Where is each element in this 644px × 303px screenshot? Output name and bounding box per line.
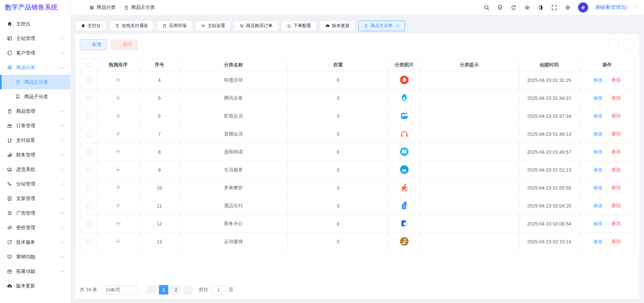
delete-link[interactable]: 删除 [612,113,621,118]
page-size-select[interactable]: 10条/页 [102,285,138,295]
tab-在线支付通道[interactable]: 在线支付通道 [110,21,153,31]
move-icon[interactable] [116,239,121,244]
row-checkbox[interactable] [86,186,91,191]
sidebar-item-版本更新[interactable]: 版本更新 [0,279,70,293]
sidebar-item-主控台[interactable]: 主控台 [0,17,70,31]
sidebar-item-分站管理[interactable]: 分站管理 [0,177,70,191]
sidebar-item-财务管理[interactable]: 财务管理 [0,148,70,162]
breadcrumb-item[interactable]: 商品分类 [97,4,116,10]
move-icon[interactable] [116,113,121,118]
plus-icon [86,43,90,47]
move-icon[interactable] [116,185,121,190]
move-icon[interactable] [116,167,121,172]
goto-page-input[interactable] [211,285,226,295]
edit-link[interactable]: 修改 [593,203,603,208]
tab-主站设置[interactable]: 主站设置 [195,21,231,31]
collapse-sidebar-icon[interactable] [77,4,83,11]
refresh-icon[interactable] [510,4,517,11]
row-checkbox[interactable] [86,96,91,101]
row-checkbox[interactable] [86,222,91,226]
tab-应用市场[interactable]: 应用市场 [157,21,192,31]
total-count: 共 14 条 [80,287,97,293]
row-tip [420,143,519,161]
delete-link[interactable]: 删除 [612,221,621,226]
row-checkbox[interactable] [86,204,91,209]
move-icon[interactable] [116,203,121,208]
row-checkbox[interactable] [86,240,91,244]
tab-版本更新[interactable]: 版本更新 [320,21,355,31]
next-page-button[interactable] [183,285,193,295]
sidebar-item-订单管理[interactable]: 订单管理 [0,118,70,133]
delete-button[interactable]: 删除 [111,39,138,50]
tab-label: 下单配置 [293,23,311,29]
tab-商品购买订单[interactable]: 商品购买订单 [234,21,278,31]
delete-link[interactable]: 删除 [612,239,621,244]
sidebar-item-密价管理[interactable]: 密价管理 [0,220,70,235]
delete-link[interactable]: 删除 [612,95,621,101]
move-icon[interactable] [116,221,121,226]
sun-icon[interactable] [524,4,530,11]
edit-link[interactable]: 修改 [593,239,603,244]
table-search-button[interactable] [608,39,619,50]
breadcrumb-separator: › [119,5,120,10]
row-checkbox[interactable] [86,114,91,119]
edit-link[interactable]: 修改 [593,95,603,101]
badge-icon[interactable] [497,4,503,11]
bag-icon [124,5,129,10]
sidebar-item-营销功能[interactable]: 营销功能 [0,250,70,264]
move-icon[interactable] [116,131,121,136]
sidebar-item-商品管理[interactable]: 商品管理 [0,104,70,118]
sidebar-item-主站管理[interactable]: 主站管理 [0,31,70,46]
sidebar-item-支付设置[interactable]: 支付设置 [0,133,70,148]
page-button-2[interactable]: 2 [171,285,181,295]
sidebar-subitem-商品主分类[interactable]: 商品主分类 [0,75,70,89]
prev-page-button[interactable] [147,285,156,295]
move-icon[interactable] [116,149,121,154]
sidebar-item-广告管理[interactable]: 广告管理 [0,206,70,220]
delete-link[interactable]: 删除 [612,131,621,136]
sidebar-subitem-商品子分类[interactable]: 商品子分类 [0,89,70,104]
row-checkbox[interactable] [86,168,91,173]
breadcrumb-item[interactable]: 商品主分类 [131,4,155,10]
table-refresh-button[interactable] [623,39,635,50]
edit-link[interactable]: 修改 [593,131,603,136]
delete-link[interactable]: 删除 [612,167,621,172]
delete-link[interactable]: 删除 [612,203,621,208]
theme-toggle-icon[interactable] [538,4,544,11]
delete-link[interactable]: 删除 [612,149,621,154]
edit-link[interactable]: 修改 [593,149,603,154]
edit-link[interactable]: 修改 [593,221,603,226]
delete-link[interactable]: 删除 [612,185,621,190]
gear-icon[interactable] [565,4,571,11]
tab-下单配置[interactable]: 下单配置 [281,21,316,31]
add-button[interactable]: 新增 [80,39,107,50]
tab-商品主分类[interactable]: 商品主分类 [358,21,405,31]
edit-link[interactable]: 修改 [593,167,603,172]
page-button-1[interactable]: 1 [159,285,168,295]
sidebar-item-拓展功能[interactable]: 拓展功能 [0,264,70,279]
edit-link[interactable]: 修改 [593,77,603,83]
move-icon[interactable] [116,77,121,83]
close-icon[interactable] [396,24,400,28]
select-all-checkbox[interactable] [86,63,91,68]
search-icon[interactable] [483,4,490,11]
edit-link[interactable]: 修改 [593,113,603,118]
delete-link[interactable]: 删除 [612,77,621,83]
sidebar-item-技术服务[interactable]: 技术服务 [0,235,70,250]
tab-主控台[interactable]: 主控台 [75,21,106,31]
fullscreen-icon[interactable] [551,4,557,11]
edit-link[interactable]: 修改 [593,185,603,190]
chevron-down-icon [61,124,65,128]
row-checkbox[interactable] [86,132,91,137]
column-header: 拖拽排序 [97,59,140,71]
move-icon[interactable] [116,95,121,101]
sidebar-item-客户管理[interactable]: 客户管理 [0,46,70,60]
sidebar-item-进货系统[interactable]: 进货系统 [0,162,70,177]
row-checkbox[interactable] [86,78,91,83]
notebook-icon [7,50,13,56]
avatar[interactable]: e [578,2,588,13]
user-name[interactable]: 易铺通(管理员) [595,4,627,10]
sidebar-item-文章管理[interactable]: 文章管理 [0,191,70,206]
sidebar-item-商品分类[interactable]: 商品分类 [0,60,70,75]
row-checkbox[interactable] [86,150,91,155]
